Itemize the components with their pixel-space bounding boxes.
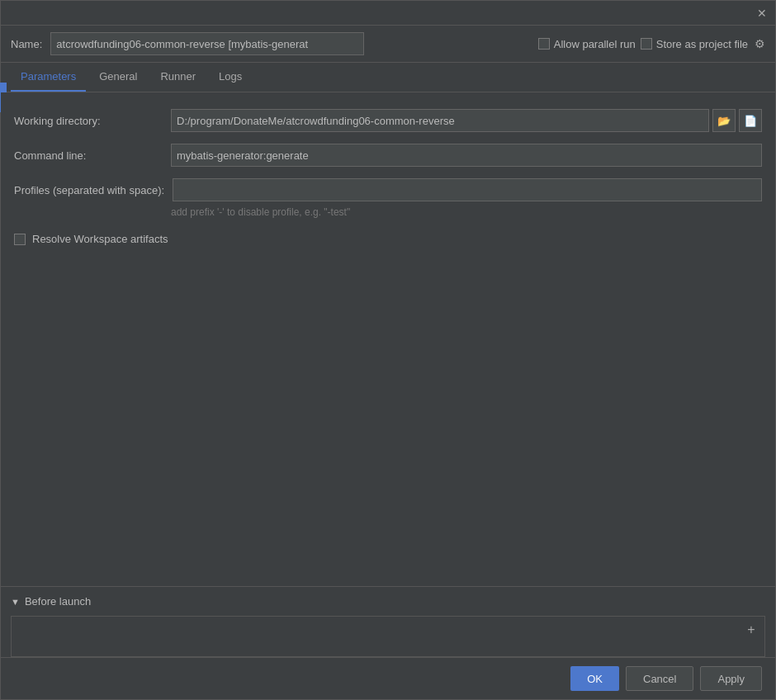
allow-parallel-run-label: Allow parallel run xyxy=(554,38,636,50)
main-content: Working directory: 📂 📄 Command line: Pro… xyxy=(1,92,775,586)
cancel-button[interactable]: Cancel xyxy=(626,666,693,691)
bottom-bar: OK Cancel Apply xyxy=(1,657,775,699)
command-line-label: Command line: xyxy=(14,149,163,162)
ok-button[interactable]: OK xyxy=(570,666,619,691)
profiles-row: Profiles (separated with space): xyxy=(14,178,762,201)
tabs-bar: Parameters General Runner Logs xyxy=(1,63,775,92)
header-row: Name: Allow parallel run Store as projec… xyxy=(1,26,775,63)
resolve-label: Resolve Workspace artifacts xyxy=(32,233,168,245)
profiles-label: Profiles (separated with space): xyxy=(14,184,164,196)
working-dir-file-btn[interactable]: 📄 xyxy=(739,109,762,132)
working-dir-input-group: 📂 📄 xyxy=(171,109,762,132)
working-dir-folder-btn[interactable]: 📂 xyxy=(712,109,736,132)
allow-parallel-run-checkbox[interactable] xyxy=(538,38,550,50)
command-line-input-group xyxy=(171,144,762,167)
profiles-hint: add prefix '-' to disable profile, e.g. … xyxy=(14,206,762,218)
working-dir-label: Working directory: xyxy=(14,115,163,127)
apply-button[interactable]: Apply xyxy=(700,666,762,691)
settings-icon[interactable]: ⚙ xyxy=(755,37,765,50)
before-launch-label: Before launch xyxy=(25,595,91,608)
before-launch-content: + xyxy=(11,616,765,657)
name-label: Name: xyxy=(11,38,42,50)
resolve-row: Resolve Workspace artifacts xyxy=(14,233,762,245)
folder-icon: 📂 xyxy=(717,115,731,127)
profiles-input-group xyxy=(173,178,762,201)
chevron-down-icon: ▼ xyxy=(11,597,20,607)
store-as-project-file-checkbox[interactable] xyxy=(641,38,652,50)
working-dir-input[interactable] xyxy=(171,109,709,132)
command-line-input[interactable] xyxy=(171,144,762,167)
tab-logs[interactable]: Logs xyxy=(209,62,252,92)
store-as-project-file-label: Store as project file xyxy=(656,38,748,50)
options-group: Allow parallel run Store as project file… xyxy=(538,37,765,50)
working-dir-row: Working directory: 📂 📄 xyxy=(14,109,762,132)
resolve-checkbox[interactable] xyxy=(14,234,26,245)
tab-general[interactable]: General xyxy=(89,62,147,92)
store-as-project-file-item: Store as project file xyxy=(641,38,748,50)
profiles-input[interactable] xyxy=(173,178,762,201)
allow-parallel-run-item: Allow parallel run xyxy=(538,38,636,50)
close-button[interactable]: ✕ xyxy=(755,7,769,20)
name-input[interactable] xyxy=(50,32,364,55)
before-launch-header[interactable]: ▼ Before launch xyxy=(1,587,775,616)
tab-runner[interactable]: Runner xyxy=(150,62,206,92)
before-launch-section: ▼ Before launch + xyxy=(1,586,775,657)
run-configuration-dialog: ✕ Name: Allow parallel run Store as proj… xyxy=(0,0,776,700)
tab-parameters[interactable]: Parameters xyxy=(11,62,86,92)
before-launch-add-button[interactable]: + xyxy=(741,620,761,640)
command-line-row: Command line: xyxy=(14,144,762,167)
file-icon: 📄 xyxy=(744,115,757,127)
title-bar: ✕ xyxy=(1,1,775,26)
